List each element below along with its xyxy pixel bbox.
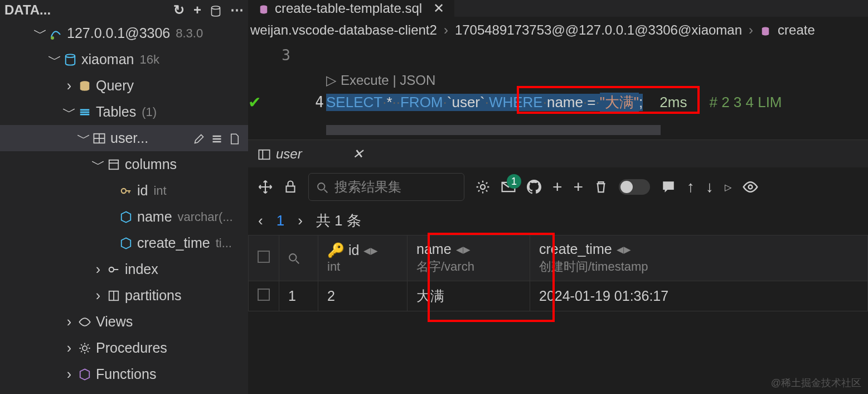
cell-name[interactable]: 大满: [408, 281, 530, 311]
chevron-down-icon: ﹀: [62, 103, 76, 121]
index-node[interactable]: › index: [0, 256, 248, 282]
header-id-type: int: [327, 260, 398, 274]
header-id[interactable]: 🔑 id◂▸ int: [318, 236, 408, 281]
toggle-switch[interactable]: [619, 179, 650, 195]
column-id[interactable]: id int: [0, 177, 248, 204]
column-name[interactable]: name varchar(...: [0, 204, 248, 230]
next-page-icon[interactable]: ›: [298, 212, 303, 229]
delete-icon[interactable]: [594, 180, 608, 194]
eye-icon[interactable]: [743, 179, 758, 195]
arrow-up-icon[interactable]: ↑: [687, 178, 695, 196]
gear-icon[interactable]: [476, 180, 490, 194]
plus-icon[interactable]: +: [552, 177, 562, 196]
sql-comment: # 2 3 4 LIM: [709, 94, 782, 111]
list-icon[interactable]: [211, 130, 222, 146]
breadcrumb-item[interactable]: create: [778, 22, 815, 38]
sidebar-title: DATA...: [4, 2, 51, 18]
search-placeholder: 搜索结果集: [334, 178, 401, 196]
sql-operator: =: [587, 94, 595, 111]
sql-string: "大满": [600, 93, 639, 112]
procedures-node[interactable]: › Procedures: [0, 335, 248, 361]
new-file-icon[interactable]: [229, 130, 240, 146]
sql-identifier: name: [547, 94, 583, 111]
add-icon[interactable]: +: [193, 2, 201, 18]
header-name-type: 名字/varch: [416, 258, 521, 275]
tables-node[interactable]: ﹀ Tables (1): [0, 99, 248, 125]
lock-icon[interactable]: [284, 180, 297, 194]
breadcrumb[interactable]: weijan.vscode-database-client2 › 1705489…: [248, 17, 868, 44]
pager: ‹ 1 › 共 1 条: [248, 206, 868, 235]
more-icon[interactable]: ⋯: [230, 2, 244, 18]
chevron-down-icon: ﹀: [77, 129, 90, 147]
svg-point-33: [289, 254, 296, 261]
query-node[interactable]: › Query: [0, 73, 248, 99]
svg-line-34: [296, 261, 299, 264]
play-icon[interactable]: ▷: [725, 182, 731, 193]
connection-label: 127.0.0.1@3306: [67, 25, 170, 41]
header-name[interactable]: name◂▸ 名字/varch: [408, 236, 530, 281]
column-create-time[interactable]: create_time ti...: [0, 230, 248, 256]
header-ct-label: create_time: [539, 241, 612, 257]
arrow-down-icon[interactable]: ↓: [706, 178, 714, 196]
partitions-node[interactable]: › partitions: [0, 282, 248, 309]
svg-point-28: [318, 183, 324, 190]
github-icon[interactable]: [527, 180, 541, 194]
move-icon[interactable]: [258, 180, 273, 194]
columns-node[interactable]: ﹀ columns: [0, 151, 248, 177]
user-table-label: user...: [110, 130, 148, 146]
database-node[interactable]: ﹀ xiaoman 16k: [0, 46, 248, 73]
svg-point-32: [749, 185, 753, 189]
procedures-label: Procedures: [96, 340, 167, 356]
connection-version: 8.3.0: [176, 26, 203, 41]
chevron-right-icon: ›: [62, 366, 76, 382]
gear-icon: [76, 342, 94, 354]
user-table-node[interactable]: ﹀ user...: [0, 125, 248, 151]
sql-keyword: WHERE: [489, 94, 543, 111]
close-icon[interactable]: ✕: [352, 146, 363, 162]
views-node[interactable]: › Views: [0, 309, 248, 335]
svg-rect-6: [80, 113, 90, 115]
connection-node[interactable]: ﹀ 127.0.0.1@3306 8.3.0: [0, 20, 248, 46]
cell-id[interactable]: 2: [318, 281, 408, 311]
result-toolbar: 搜索结果集 1 + + ↑ ↓ ▷: [248, 167, 868, 206]
svg-line-29: [324, 189, 328, 193]
code-lens[interactable]: ▷ Execute | JSON: [282, 73, 868, 88]
chat-icon[interactable]: [661, 180, 676, 194]
breadcrumb-item[interactable]: 1705489173753@@127.0.0.1@3306@xiaoman: [455, 22, 742, 38]
table-row[interactable]: 1 2 大满 2024-01-19 01:36:17: [249, 281, 868, 311]
svg-rect-27: [287, 186, 295, 193]
header-search[interactable]: [279, 236, 318, 281]
mail-icon[interactable]: 1: [501, 180, 516, 194]
tree: ﹀ 127.0.0.1@3306 8.3.0 ﹀ xiaoman 16k › Q…: [0, 20, 248, 387]
database-icon[interactable]: [210, 2, 221, 18]
minimap[interactable]: [326, 125, 661, 135]
breadcrumb-item[interactable]: weijan.vscode-database-client2: [250, 22, 437, 38]
partition-icon: [105, 290, 123, 302]
chevron-right-icon: ›: [62, 340, 76, 356]
svg-rect-13: [109, 160, 119, 169]
svg-point-1: [51, 36, 54, 40]
header-create-time[interactable]: create_time◂▸ 创建时间/timestamp: [530, 236, 868, 281]
page-number[interactable]: 1: [277, 212, 284, 229]
functions-node[interactable]: › Functions: [0, 361, 248, 387]
field-icon: [117, 211, 135, 223]
search-input[interactable]: 搜索结果集: [308, 173, 464, 201]
columns-label: columns: [125, 156, 177, 172]
editor-tab[interactable]: create-table-template.sql ✕: [248, 0, 454, 17]
editor[interactable]: 3 ▷ Execute | JSON ✔ 4 SELECT·*··FROM·`u…: [248, 44, 868, 135]
result-table: 🔑 id◂▸ int name◂▸ 名字/varch create_time◂▸…: [248, 235, 868, 311]
edit-icon[interactable]: [193, 130, 205, 146]
header-checkbox[interactable]: [249, 236, 279, 281]
partitions-label: partitions: [125, 287, 181, 304]
plus-yellow-icon[interactable]: +: [574, 177, 584, 196]
prev-page-icon[interactable]: ‹: [258, 212, 263, 229]
result-tab-label: user: [276, 146, 302, 162]
row-checkbox[interactable]: [249, 281, 279, 311]
refresh-icon[interactable]: ↻: [173, 2, 185, 18]
result-tab[interactable]: user ✕: [248, 140, 374, 168]
col-name-type: varchar(...: [178, 210, 233, 224]
panel-icon: [258, 146, 270, 162]
result-tabbar: user ✕: [248, 140, 868, 167]
cell-create-time[interactable]: 2024-01-19 01:36:17: [530, 281, 868, 311]
close-icon[interactable]: ✕: [433, 1, 444, 16]
